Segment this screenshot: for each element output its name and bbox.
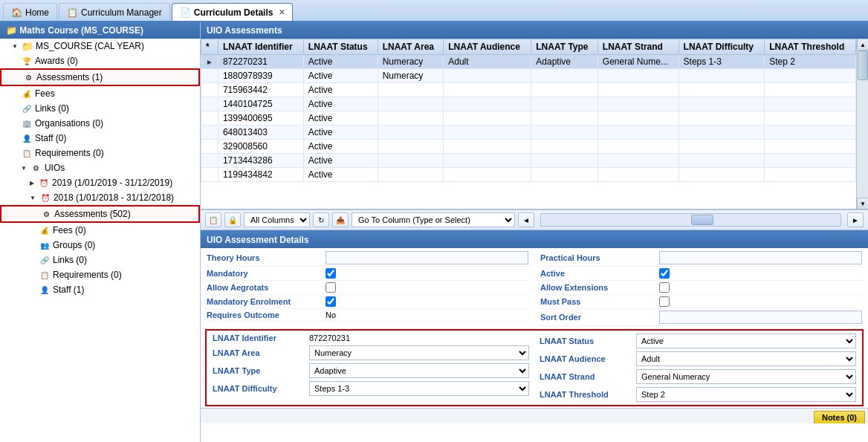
cell-type xyxy=(531,154,598,168)
toolbar-scroll-left-btn[interactable]: ◄ xyxy=(518,212,534,227)
theory-hours-input[interactable] xyxy=(326,251,528,264)
details-right: Practical Hours Active Allow Extensions … xyxy=(534,248,868,328)
table-row[interactable]: 715963442 Active xyxy=(201,83,856,97)
clock-icon-2018: ⏰ xyxy=(39,192,51,204)
cell-status: Active xyxy=(303,97,378,111)
mandatory-enrolment-checkbox[interactable] xyxy=(326,296,336,307)
lnaat-strand-dropdown[interactable]: General Numeracy xyxy=(636,369,856,384)
lnaat-threshold-dropdown[interactable]: Step 2 xyxy=(636,387,856,402)
toolbar-nav-btn[interactable]: 📋 xyxy=(205,212,221,227)
allow-aegrotats-row: Allow Aegrotats xyxy=(204,281,531,295)
scroll-down-btn[interactable]: ▼ xyxy=(857,198,868,209)
tree-item-links[interactable]: 🔗 Links (0) xyxy=(0,101,200,116)
cell-area xyxy=(378,111,444,126)
tab-curriculum-details-label: Curriculum Details xyxy=(194,7,273,18)
tree-label-requirements-0: Requirements (0) xyxy=(35,148,104,158)
cell-audience xyxy=(444,140,531,154)
table-row[interactable]: 1880978939 Active Numeracy xyxy=(201,69,856,83)
cell-difficulty xyxy=(678,168,765,182)
lnaat-status-row: LNAAT Status Active xyxy=(535,332,861,350)
grid-container[interactable]: * LNAAT Identifier LNAAT Status LNAAT Ar… xyxy=(201,39,856,209)
must-pass-checkbox[interactable] xyxy=(659,296,670,307)
tree-item-assessments-502[interactable]: ⚙ Assessments (502) xyxy=(0,205,200,223)
tree-item-uios[interactable]: ▼ ⚙ UIOs xyxy=(0,160,200,175)
tree-item-staff-1[interactable]: 👤 Staff (1) xyxy=(0,282,200,297)
tree-item-fees[interactable]: 💰 Fees xyxy=(0,86,200,101)
lnaat-identifier-row: LNAAT Identifier 872270231 xyxy=(208,332,534,344)
folder-icon: 📁 xyxy=(6,25,17,36)
details-header: UIO Assessment Details xyxy=(201,232,868,248)
col-lnaat-area: LNAAT Area xyxy=(378,39,444,55)
horizontal-scrollbar[interactable] xyxy=(540,213,841,227)
sort-order-input[interactable] xyxy=(659,311,862,324)
lnaat-audience-label: LNAAT Audience xyxy=(540,354,636,363)
allow-extensions-checkbox[interactable] xyxy=(659,282,670,293)
tab-curriculum-manager[interactable]: 📋 Curriculum Manager xyxy=(59,3,170,21)
lnaat-audience-dropdown[interactable]: Adult xyxy=(636,351,856,366)
toolbar-refresh-btn[interactable]: ↻ xyxy=(313,212,329,227)
tree-item-links-0b[interactable]: 🔗 Links (0) xyxy=(0,253,200,267)
table-row[interactable]: 329008560 Active xyxy=(201,140,856,154)
cell-area xyxy=(378,140,444,154)
tab-home[interactable]: 🏠 Home xyxy=(3,3,57,21)
org-icon: 🏢 xyxy=(21,117,33,129)
tree-item-staff-0[interactable]: 👤 Staff (0) xyxy=(0,131,200,146)
col-lnaat-strand: LNAAT Strand xyxy=(597,39,678,55)
tab-curriculum-details[interactable]: 📄 Curriculum Details ✕ xyxy=(172,3,294,21)
allow-extensions-row: Allow Extensions xyxy=(537,281,865,295)
table-row[interactable]: 1713443286 Active xyxy=(201,154,856,168)
toolbar-scroll-right-btn[interactable]: ► xyxy=(847,212,864,227)
cell-id: 715963442 xyxy=(218,83,303,97)
cell-area: Numeracy xyxy=(378,69,444,83)
cell-threshold xyxy=(765,83,856,97)
tree-item-requirements-0b[interactable]: 📋 Requirements (0) xyxy=(0,267,200,282)
active-checkbox[interactable] xyxy=(659,268,670,279)
lnaat-area-dropdown[interactable]: Numeracy xyxy=(309,345,529,360)
columns-dropdown[interactable]: All Columns xyxy=(244,212,310,227)
tree-item-fees-0[interactable]: 💰 Fees (0) xyxy=(0,223,200,238)
table-row[interactable]: 1399400695 Active xyxy=(201,111,856,126)
practical-hours-input[interactable] xyxy=(659,251,862,264)
tree-item-ms-course[interactable]: ▼ 📁 MS_COURSE (CAL YEAR) xyxy=(0,39,200,53)
tree-item-uio-2018[interactable]: ▼ ⏰ 2018 (1/01/2018 - 31/12/2018) xyxy=(0,190,200,205)
cell-strand xyxy=(597,111,678,126)
table-row[interactable]: 648013403 Active xyxy=(201,126,856,140)
tree-label-fees: Fees xyxy=(35,88,55,99)
allow-aegrotats-checkbox[interactable] xyxy=(326,282,336,293)
notes-button[interactable]: Notes (0) xyxy=(814,411,865,423)
grid-toolbar: 📋 🔒 All Columns ↻ 📤 Go To Column (Type o… xyxy=(201,209,868,230)
tree-item-organisations[interactable]: 🏢 Organisations (0) xyxy=(0,116,200,131)
row-marker xyxy=(201,111,218,126)
active-row: Active xyxy=(537,267,865,281)
cell-status: Active xyxy=(303,140,378,154)
toolbar-lock-btn[interactable]: 🔒 xyxy=(224,212,241,227)
cell-strand xyxy=(597,97,678,111)
staff-icon-0: 👤 xyxy=(21,132,33,144)
lnaat-status-dropdown[interactable]: Active xyxy=(636,334,856,348)
table-row[interactable]: 1199434842 Active xyxy=(201,168,856,182)
uio-assessment-details: UIO Assessment Details Theory Hours Mand… xyxy=(201,230,868,423)
vertical-scrollbar[interactable]: ▲ ▼ xyxy=(856,39,868,209)
close-icon[interactable]: ✕ xyxy=(279,8,285,16)
cell-status: Active xyxy=(303,69,378,83)
tree-item-awards[interactable]: 🏆 Awards (0) xyxy=(0,53,200,68)
goto-column-dropdown[interactable]: Go To Column (Type or Select) xyxy=(352,212,515,227)
lnaat-difficulty-dropdown[interactable]: Steps 1-3 xyxy=(309,381,529,396)
lnaat-type-dropdown[interactable]: Adaptive xyxy=(309,363,529,378)
tree-item-uio-2019[interactable]: ▶ ⏰ 2019 (1/01/2019 - 31/12/2019) xyxy=(0,175,200,190)
lnaat-audience-row: LNAAT Audience Adult xyxy=(535,350,861,368)
col-lnaat-audience: LNAAT Audience xyxy=(444,39,531,55)
tree-item-requirements-0[interactable]: 📋 Requirements (0) xyxy=(0,146,200,160)
table-row[interactable]: ► 872270231 Active Numeracy Adult Adapti… xyxy=(201,55,856,69)
cell-audience xyxy=(444,126,531,140)
sort-order-row: Sort Order xyxy=(537,309,865,326)
left-panel-title-text: Maths Course (MS_COURSE) xyxy=(19,25,143,36)
toolbar-export-btn[interactable]: 📤 xyxy=(332,212,349,227)
cell-audience xyxy=(444,83,531,97)
table-row[interactable]: 1440104725 Active xyxy=(201,97,856,111)
scroll-up-btn[interactable]: ▲ xyxy=(857,39,868,51)
mandatory-checkbox[interactable] xyxy=(326,268,336,279)
details-columns: Theory Hours Mandatory Allow Aegrotats M… xyxy=(201,248,868,328)
tree-item-groups-0[interactable]: 👥 Groups (0) xyxy=(0,238,200,253)
tree-item-assessments-1[interactable]: ⚙ Assessments (1) xyxy=(0,68,200,86)
